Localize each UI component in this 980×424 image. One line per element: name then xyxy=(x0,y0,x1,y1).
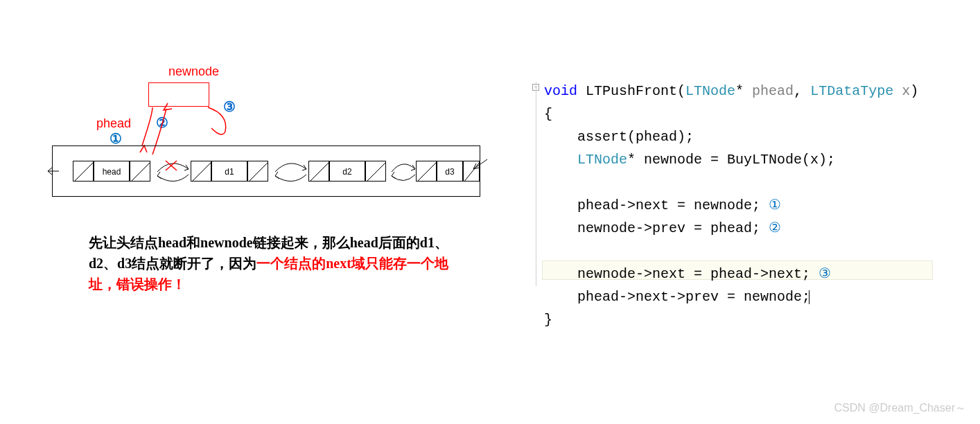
next-cell xyxy=(130,161,150,182)
step-2-num: ② xyxy=(760,220,781,236)
param-phead: phead xyxy=(752,83,794,99)
code-l2: newnode->prev = phead; xyxy=(544,220,760,236)
explanation-text: 先让头结点head和newnode链接起来，那么head后面的d1、d2、d3结… xyxy=(89,232,456,294)
param-x: x xyxy=(902,83,910,99)
d1-label: d1 xyxy=(211,161,247,182)
prev-cell xyxy=(73,161,94,182)
next-cell xyxy=(463,161,480,182)
d3-label: d3 xyxy=(437,161,463,182)
code-newnode-decl: * newnode = BuyLTNode(x); xyxy=(627,152,835,168)
node-d1: d1 xyxy=(191,161,268,182)
code-indent xyxy=(544,152,577,168)
left-arrow-icon xyxy=(46,166,60,176)
watermark: CSDN @Dream_Chaser～ xyxy=(834,401,966,416)
svg-line-5 xyxy=(248,161,268,181)
code-assert: assert(phead); xyxy=(544,129,694,145)
code-l4: phead->next->prev = newnode; xyxy=(544,289,810,305)
code-block: void LTPushFront(LTNode* phead, LTDataTy… xyxy=(544,80,918,331)
newnode-label: newnode xyxy=(168,64,219,79)
svg-line-6 xyxy=(309,161,329,181)
func-name: LTPushFront xyxy=(586,83,677,99)
kw-void: void xyxy=(544,83,577,99)
head-label: head xyxy=(94,161,130,182)
svg-line-0 xyxy=(73,161,93,181)
type-ltnode-2: LTNode xyxy=(577,152,627,168)
next-cell xyxy=(365,161,386,182)
prev-cell xyxy=(308,161,329,182)
node-head: head xyxy=(73,161,150,182)
svg-line-7 xyxy=(366,161,385,181)
next-cell xyxy=(247,161,268,182)
prev-cell xyxy=(191,161,211,182)
linked-list-diagram: head d1 d2 xyxy=(52,145,482,201)
type-ltnode: LTNode xyxy=(685,83,735,99)
code-l1: phead->next = newnode; xyxy=(544,197,760,213)
type-ltdatatype: LTDataType xyxy=(810,83,893,99)
node-d3: d3 xyxy=(416,161,480,182)
svg-line-9 xyxy=(464,161,479,181)
text-cursor-icon xyxy=(809,290,810,304)
step-3-num: ③ xyxy=(810,266,831,282)
code-panel: − void LTPushFront(LTNode* phead, LTData… xyxy=(492,0,977,424)
d2-label: d2 xyxy=(329,161,365,182)
node-d2: d2 xyxy=(308,161,386,182)
svg-line-4 xyxy=(191,161,211,181)
code-l3: newnode->next = phead->next; xyxy=(544,266,810,282)
svg-line-8 xyxy=(417,161,436,181)
prev-cell xyxy=(416,161,437,182)
svg-line-1 xyxy=(130,161,150,181)
code-gutter xyxy=(536,82,543,286)
diagram-panel: newnode phead ① ② ③ head xyxy=(0,0,492,424)
step-1-num: ① xyxy=(760,197,781,213)
